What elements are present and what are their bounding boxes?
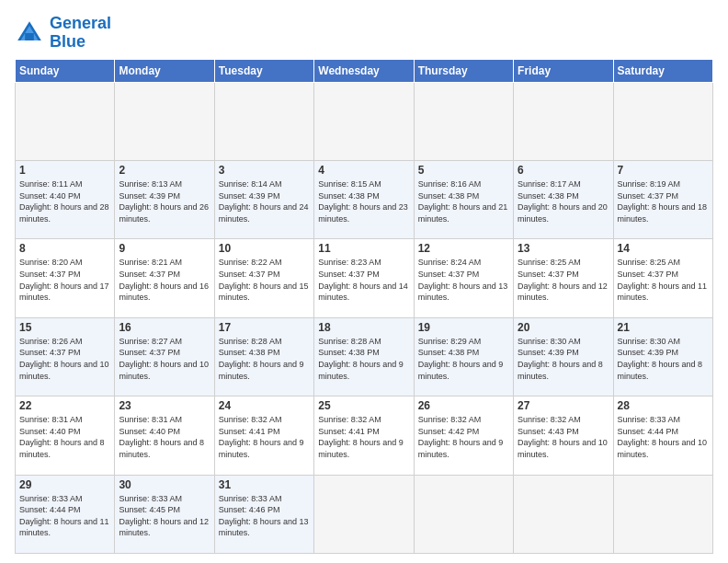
- day-info: Sunrise: 8:33 AM Sunset: 4:46 PM Dayligh…: [219, 493, 310, 539]
- day-info: Sunrise: 8:29 AM Sunset: 4:38 PM Dayligh…: [418, 336, 509, 382]
- calendar-header-saturday: Saturday: [613, 59, 712, 82]
- calendar-cell: 2 Sunrise: 8:13 AM Sunset: 4:39 PM Dayli…: [115, 160, 214, 238]
- calendar-cell: 20 Sunrise: 8:30 AM Sunset: 4:39 PM Dayl…: [514, 317, 613, 396]
- day-number: 17: [219, 321, 310, 334]
- calendar-cell: 10 Sunrise: 8:22 AM Sunset: 4:37 PM Dayl…: [214, 239, 313, 317]
- logo-text: GeneralBlue: [50, 15, 111, 52]
- calendar-cell: 15 Sunrise: 8:26 AM Sunset: 4:37 PM Dayl…: [16, 317, 115, 396]
- calendar-week-0: [16, 82, 713, 160]
- day-number: 14: [618, 242, 709, 255]
- day-info: Sunrise: 8:19 AM Sunset: 4:37 PM Dayligh…: [618, 178, 709, 224]
- calendar-cell: 7 Sunrise: 8:19 AM Sunset: 4:37 PM Dayli…: [613, 160, 712, 238]
- calendar-cell: 28 Sunrise: 8:33 AM Sunset: 4:44 PM Dayl…: [613, 396, 712, 475]
- day-info: Sunrise: 8:24 AM Sunset: 4:37 PM Dayligh…: [418, 257, 509, 303]
- day-number: 25: [318, 399, 409, 412]
- calendar-cell: [314, 82, 414, 160]
- calendar-cell: 19 Sunrise: 8:29 AM Sunset: 4:38 PM Dayl…: [414, 317, 513, 396]
- day-number: 24: [219, 399, 310, 412]
- calendar-header-thursday: Thursday: [414, 59, 513, 82]
- day-number: 30: [119, 478, 210, 491]
- header: GeneralBlue: [15, 15, 713, 52]
- calendar-cell: [514, 82, 613, 160]
- logo: GeneralBlue: [15, 15, 111, 52]
- calendar-cell: 17 Sunrise: 8:28 AM Sunset: 4:38 PM Dayl…: [214, 317, 313, 396]
- calendar-cell: 13 Sunrise: 8:25 AM Sunset: 4:37 PM Dayl…: [514, 239, 613, 317]
- logo-icon: [15, 18, 44, 48]
- calendar-cell: 11 Sunrise: 8:23 AM Sunset: 4:37 PM Dayl…: [314, 239, 414, 317]
- day-number: 8: [19, 242, 110, 255]
- calendar-header-sunday: Sunday: [16, 59, 115, 82]
- day-info: Sunrise: 8:26 AM Sunset: 4:37 PM Dayligh…: [19, 336, 110, 382]
- calendar-cell: 23 Sunrise: 8:31 AM Sunset: 4:40 PM Dayl…: [115, 396, 214, 475]
- day-number: 11: [318, 242, 409, 255]
- calendar-cell: 26 Sunrise: 8:32 AM Sunset: 4:42 PM Dayl…: [414, 396, 513, 475]
- day-number: 29: [19, 478, 110, 491]
- day-info: Sunrise: 8:31 AM Sunset: 4:40 PM Dayligh…: [19, 414, 110, 460]
- calendar-cell: 3 Sunrise: 8:14 AM Sunset: 4:39 PM Dayli…: [214, 160, 313, 238]
- day-info: Sunrise: 8:32 AM Sunset: 4:41 PM Dayligh…: [219, 414, 310, 460]
- day-number: 2: [119, 164, 210, 177]
- day-info: Sunrise: 8:33 AM Sunset: 4:44 PM Dayligh…: [19, 493, 110, 539]
- calendar-header-row: SundayMondayTuesdayWednesdayThursdayFrid…: [16, 59, 713, 82]
- calendar-header-monday: Monday: [115, 59, 214, 82]
- day-info: Sunrise: 8:14 AM Sunset: 4:39 PM Dayligh…: [219, 178, 310, 224]
- page: GeneralBlue SundayMondayTuesdayWednesday…: [0, 0, 728, 563]
- day-number: 26: [418, 399, 509, 412]
- calendar-week-5: 29 Sunrise: 8:33 AM Sunset: 4:44 PM Dayl…: [16, 475, 713, 553]
- day-info: Sunrise: 8:31 AM Sunset: 4:40 PM Dayligh…: [119, 414, 210, 460]
- day-number: 23: [119, 399, 210, 412]
- day-info: Sunrise: 8:28 AM Sunset: 4:38 PM Dayligh…: [318, 336, 409, 382]
- calendar-week-3: 15 Sunrise: 8:26 AM Sunset: 4:37 PM Dayl…: [16, 317, 713, 396]
- day-info: Sunrise: 8:32 AM Sunset: 4:42 PM Dayligh…: [418, 414, 509, 460]
- calendar-cell: 12 Sunrise: 8:24 AM Sunset: 4:37 PM Dayl…: [414, 239, 513, 317]
- day-info: Sunrise: 8:21 AM Sunset: 4:37 PM Dayligh…: [119, 257, 210, 303]
- calendar-header-wednesday: Wednesday: [314, 59, 414, 82]
- calendar-cell: 9 Sunrise: 8:21 AM Sunset: 4:37 PM Dayli…: [115, 239, 214, 317]
- calendar: SundayMondayTuesdayWednesdayThursdayFrid…: [15, 59, 713, 554]
- day-info: Sunrise: 8:33 AM Sunset: 4:44 PM Dayligh…: [618, 414, 709, 460]
- calendar-cell: 8 Sunrise: 8:20 AM Sunset: 4:37 PM Dayli…: [16, 239, 115, 317]
- day-number: 6: [518, 164, 609, 177]
- day-info: Sunrise: 8:23 AM Sunset: 4:37 PM Dayligh…: [318, 257, 409, 303]
- calendar-cell: 14 Sunrise: 8:25 AM Sunset: 4:37 PM Dayl…: [613, 239, 712, 317]
- day-number: 10: [219, 242, 310, 255]
- day-number: 20: [518, 321, 609, 334]
- calendar-cell: 30 Sunrise: 8:33 AM Sunset: 4:45 PM Dayl…: [115, 475, 214, 553]
- calendar-cell: 5 Sunrise: 8:16 AM Sunset: 4:38 PM Dayli…: [414, 160, 513, 238]
- calendar-cell: 22 Sunrise: 8:31 AM Sunset: 4:40 PM Dayl…: [16, 396, 115, 475]
- calendar-cell: 27 Sunrise: 8:32 AM Sunset: 4:43 PM Dayl…: [514, 396, 613, 475]
- calendar-cell: [613, 475, 712, 553]
- calendar-week-4: 22 Sunrise: 8:31 AM Sunset: 4:40 PM Dayl…: [16, 396, 713, 475]
- day-number: 19: [418, 321, 509, 334]
- day-info: Sunrise: 8:28 AM Sunset: 4:38 PM Dayligh…: [219, 336, 310, 382]
- day-number: 4: [318, 164, 409, 177]
- day-info: Sunrise: 8:33 AM Sunset: 4:45 PM Dayligh…: [119, 493, 210, 539]
- calendar-cell: 18 Sunrise: 8:28 AM Sunset: 4:38 PM Dayl…: [314, 317, 414, 396]
- day-number: 7: [618, 164, 709, 177]
- day-info: Sunrise: 8:30 AM Sunset: 4:39 PM Dayligh…: [618, 336, 709, 382]
- day-info: Sunrise: 8:27 AM Sunset: 4:37 PM Dayligh…: [119, 336, 210, 382]
- day-number: 31: [219, 478, 310, 491]
- day-number: 3: [219, 164, 310, 177]
- calendar-week-2: 8 Sunrise: 8:20 AM Sunset: 4:37 PM Dayli…: [16, 239, 713, 317]
- calendar-cell: 21 Sunrise: 8:30 AM Sunset: 4:39 PM Dayl…: [613, 317, 712, 396]
- day-info: Sunrise: 8:32 AM Sunset: 4:41 PM Dayligh…: [318, 414, 409, 460]
- calendar-cell: [414, 475, 513, 553]
- calendar-cell: [414, 82, 513, 160]
- calendar-cell: 16 Sunrise: 8:27 AM Sunset: 4:37 PM Dayl…: [115, 317, 214, 396]
- day-number: 13: [518, 242, 609, 255]
- calendar-cell: [16, 82, 115, 160]
- calendar-cell: [314, 475, 414, 553]
- day-info: Sunrise: 8:25 AM Sunset: 4:37 PM Dayligh…: [618, 257, 709, 303]
- day-number: 1: [19, 164, 110, 177]
- day-number: 15: [19, 321, 110, 334]
- calendar-cell: 24 Sunrise: 8:32 AM Sunset: 4:41 PM Dayl…: [214, 396, 313, 475]
- day-number: 5: [418, 164, 509, 177]
- day-info: Sunrise: 8:25 AM Sunset: 4:37 PM Dayligh…: [518, 257, 609, 303]
- day-number: 27: [518, 399, 609, 412]
- day-info: Sunrise: 8:15 AM Sunset: 4:38 PM Dayligh…: [318, 178, 409, 224]
- calendar-week-1: 1 Sunrise: 8:11 AM Sunset: 4:40 PM Dayli…: [16, 160, 713, 238]
- calendar-cell: 6 Sunrise: 8:17 AM Sunset: 4:38 PM Dayli…: [514, 160, 613, 238]
- day-info: Sunrise: 8:11 AM Sunset: 4:40 PM Dayligh…: [19, 178, 110, 224]
- calendar-cell: 25 Sunrise: 8:32 AM Sunset: 4:41 PM Dayl…: [314, 396, 414, 475]
